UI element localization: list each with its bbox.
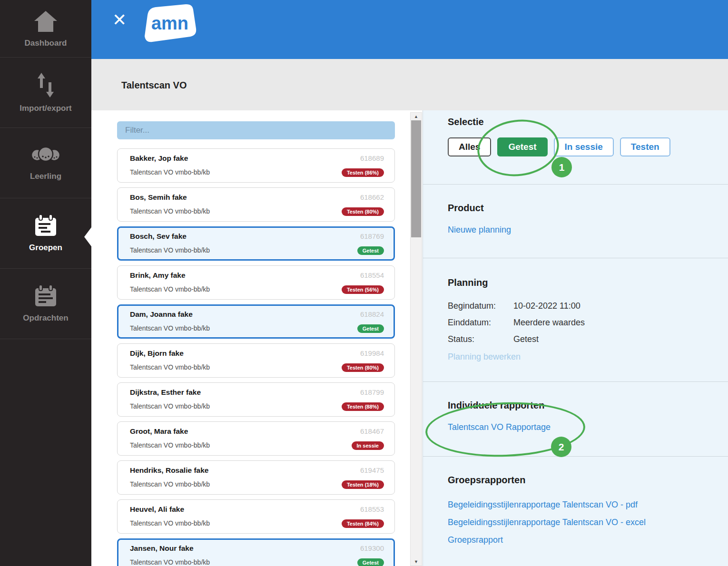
planning-label: Begindatum: [448, 298, 513, 314]
student-product: Talentscan VO vmbo-bb/kb [130, 519, 342, 528]
active-item-notch [84, 227, 91, 246]
student-card[interactable]: Bos, Semih fake618662Talentscan VO vmbo-… [117, 187, 395, 222]
new-planning-link[interactable]: Nieuwe planning [448, 225, 511, 235]
student-card[interactable]: Bakker, Jop fake618689Talentscan VO vmbo… [117, 148, 395, 183]
status-badge: Testen (86%) [342, 168, 384, 177]
assignments-icon [33, 284, 58, 308]
status-badge: Getest [357, 324, 384, 333]
sidebar-item-dashboard[interactable]: Dashboard [0, 0, 91, 58]
student-card[interactable]: Dijkstra, Esther fake618799Talentscan VO… [117, 382, 395, 417]
student-id: 619984 [360, 349, 384, 358]
group-reports-heading: Groepsrapporten [448, 475, 728, 486]
selection-heading: Selectie [448, 117, 728, 127]
edit-planning-link[interactable]: Planning bewerken [448, 352, 521, 362]
student-id: 618467 [360, 427, 384, 436]
status-badge: Testen (80%) [342, 363, 384, 372]
list-scrollbar[interactable]: ▲ ▼ [410, 112, 422, 566]
page-title: Talentscan VO [121, 80, 187, 91]
product-heading: Product [448, 203, 728, 214]
sidebar-item-import-export[interactable]: Import/export [0, 58, 91, 128]
planning-section: Planning Begindatum:10-02-2022 11:00Eind… [423, 258, 728, 382]
student-name: Bakker, Jop fake [130, 154, 342, 163]
sidebar-item-label: Import/export [20, 104, 72, 113]
student-id: 618824 [360, 310, 384, 319]
student-card[interactable]: Dijk, Bjorn fake619984Talentscan VO vmbo… [117, 343, 395, 378]
student-card[interactable]: Bosch, Sev fake618769Talentscan VO vmbo-… [117, 226, 395, 261]
student-id: 619300 [360, 544, 384, 553]
amn-logo-text: amn [151, 13, 188, 33]
student-product: Talentscan VO vmbo-bb/kb [130, 168, 342, 177]
student-name: Heuvel, Ali fake [130, 505, 342, 514]
status-badge: Getest [357, 558, 384, 566]
sidebar-item-leerling[interactable]: Leerling [0, 128, 91, 198]
planning-row: Status:Getest [448, 331, 728, 348]
student-name: Bosch, Sev fake [130, 232, 357, 241]
planning-value: 10-02-2022 11:00 [513, 298, 580, 314]
student-id: 618799 [360, 388, 384, 397]
group-report-link[interactable]: Groepsrapport [448, 535, 503, 545]
sidebar-item-opdrachten[interactable]: Opdrachten [0, 269, 91, 339]
student-product: Talentscan VO vmbo-bb/kb [130, 441, 352, 450]
student-name: Dijk, Bjorn fake [130, 349, 342, 358]
group-report-link[interactable]: Begeleidingsstijlenrapportage Talentscan… [448, 500, 638, 510]
student-list: Bakker, Jop fake618689Talentscan VO vmbo… [117, 148, 395, 566]
individual-report-link[interactable]: Talentscan VO Rapportage [448, 422, 551, 432]
individual-reports-section: Individuele rapporten Talentscan VO Rapp… [423, 382, 728, 457]
scroll-down-icon[interactable]: ▼ [411, 559, 422, 564]
individual-report-links: Talentscan VO Rapportage [448, 422, 728, 432]
group-reports-section: Groepsrapporten Begeleidingsstijlenrappo… [423, 457, 728, 566]
selection-section: Selectie AllesGetestIn sessieTesten [423, 110, 728, 185]
planning-value: Meerdere waardes [513, 314, 585, 331]
student-product: Talentscan VO vmbo-bb/kb [130, 324, 357, 333]
status-badge: Testen (88%) [342, 402, 384, 411]
student-card[interactable]: Heuvel, Ali fake618553Talentscan VO vmbo… [117, 499, 395, 534]
import-export-icon [35, 72, 56, 98]
status-badge: Testen (84%) [342, 519, 384, 528]
group-report-link[interactable]: Begeleidingsstijlenrapportage Talentscan… [448, 517, 646, 527]
status-badge: Testen (18%) [342, 480, 384, 489]
filter-button-in-sessie[interactable]: In sessie [554, 137, 614, 156]
student-id: 618662 [360, 193, 384, 202]
top-header: ✕ amn [91, 0, 728, 59]
student-id: 619475 [360, 466, 384, 475]
planning-label: Status: [448, 331, 513, 348]
selection-button-row: AllesGetestIn sessieTesten [448, 137, 728, 156]
student-product: Talentscan VO vmbo-bb/kb [130, 207, 342, 216]
close-icon[interactable]: ✕ [112, 11, 127, 29]
student-id: 618554 [360, 271, 384, 280]
scroll-up-icon[interactable]: ▲ [411, 114, 422, 119]
student-name: Dijkstra, Esther fake [130, 388, 342, 397]
planning-row: Einddatum:Meerdere waardes [448, 314, 728, 331]
student-product: Talentscan VO vmbo-bb/kb [130, 285, 342, 294]
filter-button-alles[interactable]: Alles [448, 137, 491, 156]
student-card[interactable]: Dam, Joanna fake618824Talentscan VO vmbo… [117, 304, 395, 339]
student-product: Talentscan VO vmbo-bb/kb [130, 246, 357, 255]
students-icon [30, 145, 61, 166]
student-id: 618769 [360, 232, 384, 241]
sidebar-item-groepen[interactable]: Groepen [0, 198, 91, 269]
groups-calendar-icon [33, 214, 58, 238]
student-card[interactable]: Hendriks, Rosalie fake619475Talentscan V… [117, 460, 395, 495]
student-name: Dam, Joanna fake [130, 310, 357, 319]
sidebar-item-label: Groepen [29, 243, 62, 253]
student-name: Groot, Mara fake [130, 427, 352, 436]
planning-rows: Begindatum:10-02-2022 11:00Einddatum:Mee… [448, 298, 728, 348]
sidebar-item-label: Opdrachten [23, 313, 68, 323]
student-product: Talentscan VO vmbo-bb/kb [130, 558, 357, 566]
status-badge: Getest [357, 246, 384, 255]
scrollbar-thumb[interactable] [411, 120, 421, 237]
student-product: Talentscan VO vmbo-bb/kb [130, 480, 342, 489]
product-section: Product Nieuwe planning [423, 185, 728, 258]
planning-heading: Planning [448, 277, 728, 288]
student-card[interactable]: Jansen, Nour fake619300Talentscan VO vmb… [117, 538, 395, 566]
sidebar-item-label: Dashboard [25, 39, 67, 48]
sidebar-item-label: Leerling [30, 172, 61, 181]
subheader: Talentscan VO [91, 59, 728, 110]
status-badge: Testen (56%) [342, 285, 384, 294]
amn-logo[interactable]: amn [136, 4, 198, 45]
student-card[interactable]: Groot, Mara fake618467Talentscan VO vmbo… [117, 421, 395, 456]
filter-button-testen[interactable]: Testen [620, 137, 670, 156]
student-card[interactable]: Brink, Amy fake618554Talentscan VO vmbo-… [117, 265, 395, 300]
filter-input[interactable] [117, 121, 395, 139]
filter-button-getest[interactable]: Getest [497, 137, 547, 156]
